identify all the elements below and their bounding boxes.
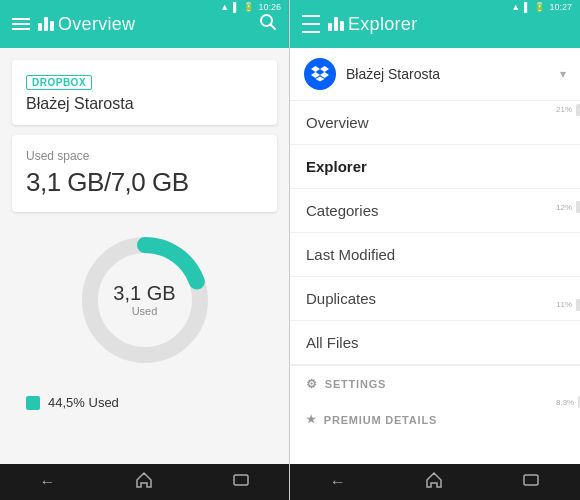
bar-row-3: 11% bbox=[556, 299, 580, 311]
settings-menu-item[interactable]: ⚙ SETTINGS bbox=[290, 365, 580, 402]
menu-item-categories[interactable]: Categories bbox=[290, 189, 580, 233]
right-battery-icon: 🔋 bbox=[534, 2, 545, 12]
svg-rect-4 bbox=[234, 475, 248, 485]
dropbox-icon bbox=[304, 58, 336, 90]
right-header: Explorer ▲ ▌ 🔋 10:27 bbox=[290, 0, 580, 48]
donut-gb-value: 3,1 GB bbox=[113, 281, 175, 305]
bar-row-4: 8,3% bbox=[556, 396, 580, 408]
menu-list: Overview Explorer Categories Last Modifi… bbox=[290, 101, 580, 464]
used-percent-text: 44,5% Used bbox=[48, 395, 119, 410]
right-signal-icon: ▌ bbox=[524, 2, 530, 12]
donut-center: 3,1 GB Used bbox=[113, 281, 175, 318]
right-time-status: ▲ ▌ 🔋 10:27 bbox=[511, 2, 572, 12]
account-name: Błażej Starosta bbox=[26, 95, 263, 113]
left-header-left: Overview bbox=[12, 14, 135, 35]
search-button[interactable] bbox=[259, 13, 277, 36]
dropdown-account-name: Błażej Starosta bbox=[346, 66, 550, 82]
left-signal-icon: ▌ bbox=[233, 2, 239, 12]
donut-used-label: Used bbox=[113, 305, 175, 318]
bar-row-2: 12% bbox=[556, 201, 580, 213]
right-android-nav: ← bbox=[290, 464, 580, 500]
app-logo: Overview bbox=[38, 14, 135, 35]
used-space-label: Used space bbox=[26, 149, 263, 163]
premium-menu-item[interactable]: ★ PREMIUM DETAILS bbox=[290, 402, 580, 437]
bar-fill-1 bbox=[576, 104, 580, 116]
svg-line-1 bbox=[271, 24, 276, 29]
bar-fill-2 bbox=[576, 201, 580, 213]
bar-pct-1: 21% bbox=[556, 105, 572, 114]
right-back-button[interactable]: ← bbox=[322, 469, 354, 495]
menu-item-duplicates[interactable]: Duplicates bbox=[290, 277, 580, 321]
menu-item-explorer[interactable]: Explorer bbox=[290, 145, 580, 189]
left-header: Overview ▲ ▌ 🔋 10:26 bbox=[0, 0, 289, 48]
left-home-button[interactable] bbox=[127, 467, 161, 497]
menu-item-last-modified[interactable]: Last Modified bbox=[290, 233, 580, 277]
left-back-button[interactable]: ← bbox=[32, 469, 64, 495]
left-recent-button[interactable] bbox=[224, 469, 258, 495]
left-time: 10:26 bbox=[258, 2, 281, 12]
menu-item-all-files[interactable]: All Files bbox=[290, 321, 580, 365]
bar-pct-3: 11% bbox=[556, 300, 572, 309]
hamburger-icon[interactable] bbox=[12, 18, 30, 30]
account-service-label: DROPBOX bbox=[26, 75, 92, 90]
left-battery-icon: 🔋 bbox=[243, 2, 254, 12]
right-time: 10:27 bbox=[549, 2, 572, 12]
right-hamburger-icon[interactable] bbox=[302, 15, 320, 33]
star-icon: ★ bbox=[306, 413, 317, 426]
svg-rect-5 bbox=[524, 475, 538, 485]
donut-chart-container: 3,1 GB Used bbox=[12, 222, 277, 377]
left-panel: Overview ▲ ▌ 🔋 10:26 DROPBOX Błażej Star… bbox=[0, 0, 290, 500]
right-app-logo: Explorer bbox=[328, 14, 417, 35]
used-space-card: Used space 3,1 GB/7,0 GB bbox=[12, 135, 277, 212]
right-header-left: Explorer bbox=[302, 14, 417, 35]
account-card[interactable]: DROPBOX Błażej Starosta bbox=[12, 60, 277, 125]
logo-icon bbox=[38, 17, 54, 31]
right-logo-icon bbox=[328, 17, 344, 31]
right-header-title: Explorer bbox=[348, 14, 417, 35]
used-bar-container: 44,5% Used bbox=[26, 395, 119, 410]
right-wifi-icon: ▲ bbox=[511, 2, 520, 12]
used-space-value: 3,1 GB/7,0 GB bbox=[26, 167, 263, 198]
right-home-button[interactable] bbox=[417, 467, 451, 497]
menu-item-overview[interactable]: Overview bbox=[290, 101, 580, 145]
bar-pct-4: 8,3% bbox=[556, 398, 574, 407]
left-content: DROPBOX Błażej Starosta Used space 3,1 G… bbox=[0, 48, 289, 464]
left-android-nav: ← bbox=[0, 464, 289, 500]
right-panel: Explorer ▲ ▌ 🔋 10:27 Błażej Starosta ▾ bbox=[290, 0, 580, 500]
left-wifi-icon: ▲ bbox=[220, 2, 229, 12]
used-bar-rect bbox=[26, 396, 40, 410]
bar-row-1: 21% bbox=[556, 104, 580, 116]
account-dropdown[interactable]: Błażej Starosta ▾ bbox=[290, 48, 580, 101]
gear-icon: ⚙ bbox=[306, 377, 318, 391]
right-recent-button[interactable] bbox=[514, 469, 548, 495]
left-time-status: ▲ ▌ 🔋 10:26 bbox=[220, 2, 281, 12]
bar-chart-overlay: 21% 12% 11% 8,3% bbox=[556, 48, 580, 464]
used-percent-bar: 44,5% Used bbox=[12, 387, 277, 422]
bar-fill-3 bbox=[576, 299, 580, 311]
left-header-title: Overview bbox=[58, 14, 135, 35]
bar-pct-2: 12% bbox=[556, 203, 572, 212]
